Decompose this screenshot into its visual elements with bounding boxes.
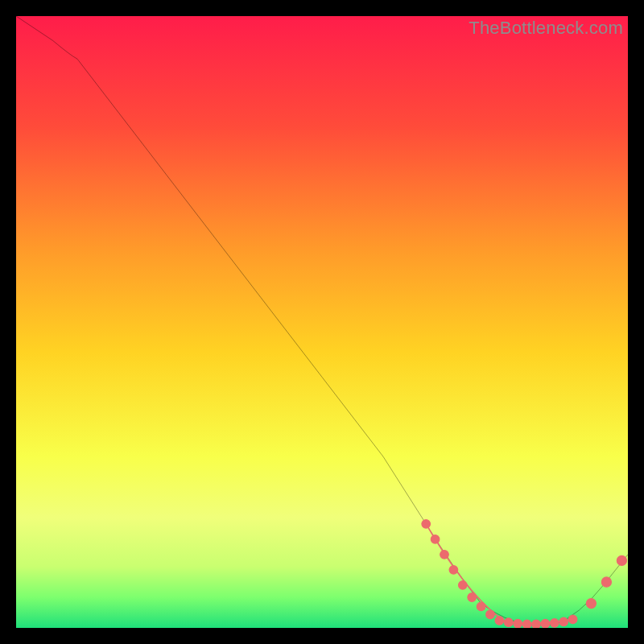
- trough-markers: [422, 519, 577, 628]
- curve-layer: [16, 16, 628, 628]
- rise-markers: [586, 555, 626, 608]
- chart-frame: TheBottleneck.com: [16, 16, 628, 628]
- svg-point-14: [541, 619, 550, 628]
- svg-point-12: [522, 620, 531, 628]
- plot-area: TheBottleneck.com: [16, 16, 628, 628]
- bottleneck-curve: [16, 16, 628, 625]
- svg-point-19: [601, 577, 611, 587]
- svg-point-16: [559, 617, 568, 626]
- watermark-text: TheBottleneck.com: [469, 18, 623, 39]
- svg-point-8: [486, 610, 495, 619]
- svg-point-18: [586, 599, 596, 609]
- svg-point-20: [617, 555, 626, 565]
- svg-point-13: [532, 620, 541, 628]
- svg-point-15: [550, 619, 559, 628]
